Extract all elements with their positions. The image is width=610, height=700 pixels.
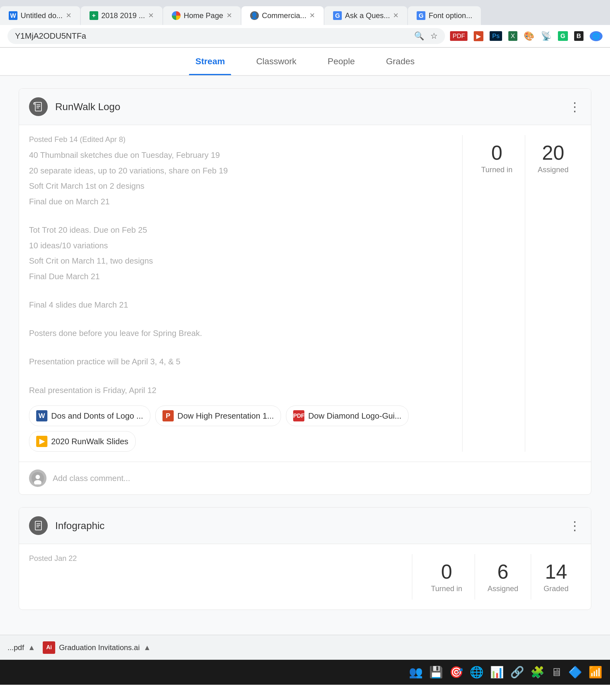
browser-tab-3[interactable]: Home Page ✕ xyxy=(163,6,241,25)
main-content: RunWalk Logo ⋮ Posted Feb 14 (Edited Apr… xyxy=(0,76,610,635)
download-item-pdf[interactable]: ...pdf ▲ xyxy=(7,643,35,652)
comment-input-placeholder[interactable]: Add class comment... xyxy=(53,474,581,483)
taskbar: 👥 💾 🎯 🌐 📊 🔗 🧩 🖥 🔷 📶 xyxy=(0,660,610,685)
post-date-infographic: Posted Jan 22 xyxy=(29,554,393,563)
attachment-label-3: Dow Diamond Logo-Gui... xyxy=(308,411,401,421)
address-bar: Y1MjA2ODU5NTFa 🔍 ☆ PDF ▶ Ps X 🎨 📡 G B 🌐 xyxy=(0,25,610,47)
tab-icon-3 xyxy=(172,11,180,20)
stats-runwalk: 0 Turned in 20 Assigned xyxy=(462,135,581,452)
download-pdf-label: ...pdf xyxy=(7,643,24,652)
tab-label-2: 2018 2019 ... xyxy=(101,11,145,20)
stat-turned-in-runwalk: 0 Turned in xyxy=(469,135,526,452)
tab-icon-5: G xyxy=(333,11,342,20)
card-body-runwalk: Posted Feb 14 (Edited Apr 8) 40 Thumbnai… xyxy=(19,125,591,462)
taskbar-puzzle-icon: 🧩 xyxy=(530,666,545,679)
stat-number-turned-in: 0 xyxy=(481,141,513,164)
tab-people-label: People xyxy=(328,57,355,66)
post-content-runwalk: Posted Feb 14 (Edited Apr 8) 40 Thumbnai… xyxy=(29,135,581,452)
browser-tab-2[interactable]: + 2018 2019 ... ✕ xyxy=(81,6,162,25)
attachment-dow-diamond[interactable]: PDF Dow Diamond Logo-Gui... xyxy=(286,405,408,426)
taskbar-target-icon: 🎯 xyxy=(449,666,463,679)
stat-turned-in-infographic: 0 Turned in xyxy=(418,554,475,600)
tab-icon-1: W xyxy=(9,11,17,20)
browser-tab-4[interactable]: 👤 Commercia... ✕ xyxy=(241,6,324,25)
post-text-infographic: Posted Jan 22 xyxy=(29,554,393,600)
stat-assigned-runwalk: 20 Assigned xyxy=(525,135,581,452)
tab-label-5: Ask a Ques... xyxy=(345,11,390,20)
taskbar-sheets-icon: 📊 xyxy=(490,666,504,679)
card-header-runwalk: RunWalk Logo ⋮ xyxy=(19,89,591,125)
taskbar-person-icon: 👥 xyxy=(409,666,423,679)
tab-close-3[interactable]: ✕ xyxy=(226,12,232,20)
assignment-icon-infographic xyxy=(29,516,48,535)
assignment-card-infographic: Infographic ⋮ Posted Jan 22 0 Turned in … xyxy=(19,507,591,610)
tab-close-5[interactable]: ✕ xyxy=(393,12,399,20)
stat-graded-infographic: 14 Graded xyxy=(531,554,581,600)
toolbar-icons: PDF ▶ Ps X 🎨 📡 G B 🌐 xyxy=(450,31,603,41)
assignment-icon-runwalk xyxy=(29,97,48,116)
tab-close-4[interactable]: ✕ xyxy=(309,12,315,20)
taskbar-chrome-icon: 🌐 xyxy=(470,666,484,679)
stat-label-turned-in-inf: Turned in xyxy=(431,584,463,593)
taskbar-link-icon: 🔗 xyxy=(510,666,524,679)
svg-point-6 xyxy=(35,475,40,479)
taskbar-drive-icon: 💾 xyxy=(429,666,443,679)
download-item-ai[interactable]: Ai Graduation Invitations.ai ▲ xyxy=(43,641,151,654)
ppt-icon: P xyxy=(162,410,174,421)
card-title-runwalk: RunWalk Logo xyxy=(55,101,568,113)
card-menu-infographic[interactable]: ⋮ xyxy=(568,519,581,533)
attachment-dow-high[interactable]: P Dow High Presentation 1... xyxy=(155,405,281,426)
tab-people[interactable]: People xyxy=(322,48,361,75)
post-desc-runwalk: 40 Thumbnail sketches due on Tuesday, Fe… xyxy=(29,149,444,397)
stat-number-graded-inf: 14 xyxy=(544,560,568,583)
post-text-runwalk: Posted Feb 14 (Edited Apr 8) 40 Thumbnai… xyxy=(29,135,444,452)
assignment-card-runwalk: RunWalk Logo ⋮ Posted Feb 14 (Edited Apr… xyxy=(19,88,591,495)
extension-icon: 🌐 xyxy=(590,31,603,41)
download-bar: ...pdf ▲ Ai Graduation Invitations.ai ▲ xyxy=(0,635,610,660)
chevron-up-icon-pdf[interactable]: ▲ xyxy=(28,643,35,652)
url-text: Y1MjA2ODU5NTFa xyxy=(15,31,86,41)
word-icon: W xyxy=(36,410,47,421)
tab-label-1: Untitled do... xyxy=(20,11,63,20)
post-content-infographic: Posted Jan 22 0 Turned in 6 Assigned 14 … xyxy=(29,554,581,600)
excel-icon: X xyxy=(508,31,517,41)
tab-classwork[interactable]: Classwork xyxy=(250,48,303,75)
footer-line-1: My classroom page grays out on all the d… xyxy=(19,698,591,700)
tab-classwork-label: Classwork xyxy=(256,57,296,66)
stat-assigned-infographic: 6 Assigned xyxy=(475,554,531,600)
slides-icon: ▶ xyxy=(36,436,47,447)
attachment-label-2: Dow High Presentation 1... xyxy=(177,411,274,421)
illustrator-icon: Ai xyxy=(43,641,55,654)
presenter-icon: ▶ xyxy=(474,31,483,41)
grammarly-icon: G xyxy=(558,31,568,41)
tab-close-2[interactable]: ✕ xyxy=(148,12,154,20)
card-header-infographic: Infographic ⋮ xyxy=(19,508,591,544)
tab-icon-2: + xyxy=(90,11,98,20)
tab-bar: W Untitled do... ✕ + 2018 2019 ... ✕ Hom… xyxy=(0,0,610,25)
tab-grades[interactable]: Grades xyxy=(380,48,421,75)
chevron-up-icon-ai[interactable]: ▲ xyxy=(143,643,151,652)
user-avatar xyxy=(29,470,47,487)
pdf-icon: PDF xyxy=(293,410,304,421)
stats-infographic: 0 Turned in 6 Assigned 14 Graded xyxy=(412,554,581,600)
bold-icon: B xyxy=(574,31,583,41)
attachments-runwalk: W Dos and Donts of Logo ... P Dow High P… xyxy=(29,405,444,452)
bookmark-icon[interactable]: ☆ xyxy=(430,31,437,41)
attachment-runwalk-slides[interactable]: ▶ 2020 RunWalk Slides xyxy=(29,431,136,452)
tab-grades-label: Grades xyxy=(386,57,415,66)
taskbar-bluetooth-icon: 🔷 xyxy=(568,666,582,679)
tab-stream[interactable]: Stream xyxy=(189,48,231,75)
card-body-infographic: Posted Jan 22 0 Turned in 6 Assigned 14 … xyxy=(19,544,591,609)
browser-tab-5[interactable]: G Ask a Ques... ✕ xyxy=(324,6,407,25)
attachment-dos-donts[interactable]: W Dos and Donts of Logo ... xyxy=(29,405,150,426)
stat-label-assigned-inf: Assigned xyxy=(487,584,518,593)
card-menu-runwalk[interactable]: ⋮ xyxy=(568,99,581,114)
tab-close-1[interactable]: ✕ xyxy=(66,12,71,20)
taskbar-wifi-icon: 📶 xyxy=(589,666,603,679)
stat-number-assigned-inf: 6 xyxy=(487,560,518,583)
url-box[interactable]: Y1MjA2ODU5NTFa 🔍 ☆ xyxy=(7,28,445,44)
search-icon[interactable]: 🔍 xyxy=(414,31,424,41)
browser-tab-1[interactable]: W Untitled do... ✕ xyxy=(0,6,80,25)
browser-tab-6[interactable]: G Font option... xyxy=(408,6,481,25)
taskbar-display-icon: 🖥 xyxy=(551,666,562,679)
